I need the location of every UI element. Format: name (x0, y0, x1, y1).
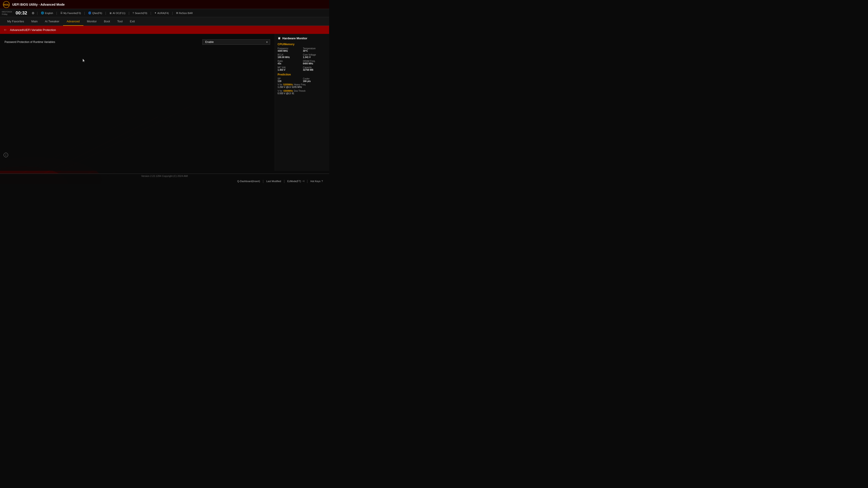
toolbar-english[interactable]: 🌐 English (39, 11, 55, 15)
ezmode-button[interactable]: EzMode(F7) ⊣ (285, 180, 307, 183)
setting-label-password: Password Protection of Runtime Variables (4, 40, 55, 43)
toolbar-search[interactable]: ? Search(F9) (131, 11, 149, 15)
monitor-icon: 🖥 (278, 37, 281, 40)
last-modified-button[interactable]: Last Modified (264, 180, 284, 183)
toolbar-my-favorite[interactable]: ☰ My Favorite(F3) (59, 11, 83, 15)
nav-tabs: My Favorites Main Ai Tweaker Advanced Mo… (0, 17, 329, 26)
search-icon: ? (132, 12, 134, 14)
cpu-icon: 🖥 (109, 12, 112, 14)
setting-row-password-protection: Password Protection of Runtime Variables… (4, 37, 271, 46)
hw-bclk: BCLK 100.00 MHz (278, 54, 301, 59)
info-area: i (4, 153, 8, 157)
hw-v-5205: V for 5205MHz Heavy Freq 1.260 V @L5 520… (278, 84, 327, 88)
hw-temperature: Temperature 30°C (303, 47, 327, 52)
hot-keys-button[interactable]: Hot Keys ? (308, 180, 326, 183)
tab-monitor[interactable]: Monitor (84, 17, 100, 26)
fan-icon: 🌀 (88, 11, 91, 14)
favorite-icon: ☰ (60, 11, 63, 14)
resize-icon: ⊞ (176, 11, 178, 14)
header-bar: ROG UEFI BIOS Utility - Advanced Mode (0, 0, 329, 9)
tab-advanced[interactable]: Advanced (63, 17, 84, 26)
day-text: Friday (2, 13, 12, 15)
tab-boot[interactable]: Boot (100, 17, 114, 26)
tab-tool[interactable]: Tool (114, 17, 126, 26)
dropdown-arrow-icon: ▼ (266, 41, 268, 43)
prediction-grid: SP 119 Cooler 166 pts (278, 77, 327, 83)
ezmode-icon: ⊣ (302, 180, 304, 183)
main-area: Password Protection of Runtime Variables… (0, 34, 329, 171)
date-text: 09/27/2024 (2, 11, 12, 13)
hw-monitor-title: 🖥 Hardware Monitor (278, 37, 327, 40)
cpu-memory-section-title: CPU/Memory (278, 43, 327, 46)
tab-exit[interactable]: Exit (126, 17, 138, 26)
hotkeys-icon: ? (321, 180, 323, 183)
hw-mc-volt: MC Volt. 1.403 V (278, 66, 301, 71)
toolbar: 09/27/2024 Friday 00:32 ⚙ | 🌐 English | … (0, 9, 329, 17)
datetime: 09/27/2024 Friday (2, 11, 12, 15)
hardware-monitor-panel: 🖥 Hardware Monitor CPU/Memory Frequency … (275, 34, 329, 171)
prediction-section-title: Prediction (278, 73, 327, 76)
footer-version: Version 2.22.1284 Copyright (C) 2024 AMI (0, 174, 329, 178)
footer-bottom-bar: Q-Dashboard(Insert) | Last Modified | Ez… (0, 178, 329, 184)
settings-icon[interactable]: ⚙ (32, 11, 35, 15)
footer: Version 2.22.1284 Copyright (C) 2024 AMI… (0, 173, 329, 184)
toolbar-qfan[interactable]: 🌀 Qfan(F6) (86, 11, 104, 15)
globe-icon: 🌐 (41, 11, 44, 14)
hw-v-4300: V for 4300MHz Dos Thresh 0.930 V @L5 91 (278, 90, 327, 95)
breadcrumb-bar: ← Advanced\UEFI Variable Protection (0, 26, 329, 34)
cpu-memory-grid: Frequency 4300 MHz Temperature 30°C BCLK… (278, 47, 327, 71)
q-dashboard-button[interactable]: Q-Dashboard(Insert) (235, 180, 263, 183)
svg-text:ROG: ROG (3, 3, 9, 6)
content-panel: Password Protection of Runtime Variables… (0, 34, 275, 171)
dropdown-value: Enable (205, 40, 214, 43)
clock: 00:32 (16, 10, 27, 15)
tab-main[interactable]: Main (28, 17, 41, 26)
setting-dropdown-password[interactable]: Enable ▼ (202, 39, 270, 45)
aura-icon: ✦ (154, 11, 156, 14)
hw-core-voltage: Core Voltage 1.341 V (303, 54, 327, 59)
tab-ai-tweaker[interactable]: Ai Tweaker (41, 17, 63, 26)
rog-logo: ROG (3, 1, 10, 8)
hw-ratio: Ratio 43x (278, 60, 301, 65)
hw-cooler: Cooler 166 pts (303, 77, 327, 83)
hw-sp: SP 119 (278, 77, 301, 83)
tab-my-favorites[interactable]: My Favorites (4, 17, 28, 26)
back-button[interactable]: ← (4, 28, 7, 32)
info-icon[interactable]: i (4, 153, 8, 157)
breadcrumb: Advanced\UEFI Variable Protection (10, 28, 56, 32)
toolbar-ai-oc[interactable]: 🖥 AI OC(F11) (107, 11, 127, 15)
header-title: UEFI BIOS Utility - Advanced Mode (12, 3, 65, 6)
toolbar-resize-bar[interactable]: ⊞ ReSize BAR (174, 11, 195, 15)
hw-dram-freq: DRAM Freq. 6400 MHz (303, 60, 327, 65)
hw-frequency: Frequency 4300 MHz (278, 47, 301, 52)
hw-capacity: Capacity 32768 MB (303, 66, 327, 71)
toolbar-aura[interactable]: ✦ AURA(F4) (153, 11, 170, 15)
